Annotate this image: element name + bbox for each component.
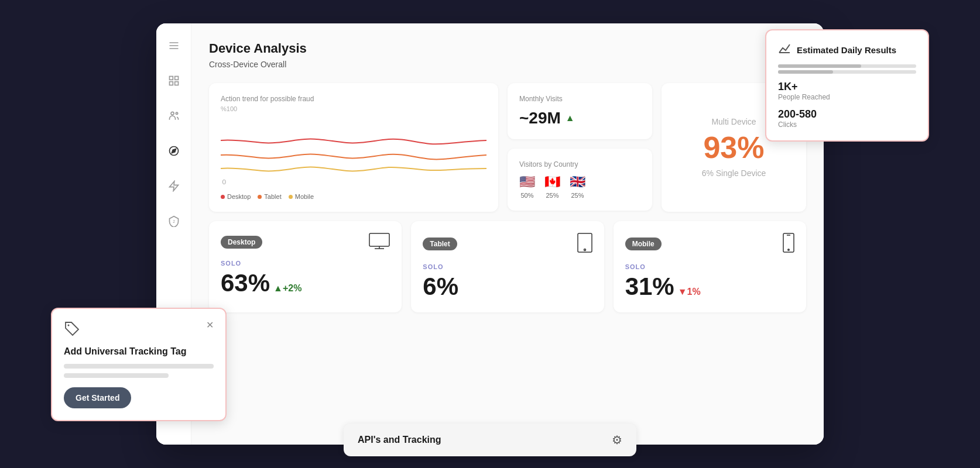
progress-bar-1 (778, 64, 916, 74)
dashboard-icon[interactable] (163, 70, 184, 91)
app-window: 2 Device Analysis Cross-Device Overall A… (156, 23, 824, 445)
est-label-1: People Reached (778, 93, 916, 101)
desktop-percent: 63% ▲+2% (221, 269, 301, 297)
legend-mobile: Mobile (289, 193, 314, 200)
legend-desktop: Desktop (221, 193, 251, 200)
flag-us: 🇺🇸 50% (519, 174, 535, 199)
svg-point-20 (788, 249, 789, 250)
single-device-label: 6% Single Device (702, 168, 766, 178)
svg-point-8 (176, 112, 177, 114)
estimated-header: Estimated Daily Results (778, 42, 916, 57)
visitors-by-country-card: Visitors by Country 🇺🇸 50% 🇨🇦 25% (508, 149, 652, 211)
estimated-daily-card: Estimated Daily Results 1K+ People Reach… (765, 29, 929, 142)
fraud-chart-card: Action trend for possible fraud %100 0 (209, 83, 498, 212)
tablet-badge: Tablet (423, 238, 457, 250)
svg-marker-11 (169, 181, 178, 191)
chart-legend: Desktop Tablet Mobile (221, 193, 486, 200)
mobile-change: ▼1% (678, 287, 701, 297)
tracking-title: Add Universal Tracking Tag (64, 346, 214, 357)
get-started-button[interactable]: Get Started (64, 387, 131, 408)
page-title: Device Analysis (209, 41, 806, 56)
svg-text:0: 0 (222, 179, 226, 185)
compass-icon[interactable] (163, 140, 184, 161)
monthly-up-arrow: ▲ (566, 113, 575, 123)
svg-text:2: 2 (173, 219, 175, 223)
svg-point-7 (171, 112, 174, 115)
multi-device-percent: 93% (703, 132, 764, 163)
chart-line-icon (778, 42, 791, 57)
est-value-1: 1K+ (778, 81, 916, 93)
tracking-header: ✕ (64, 321, 214, 339)
est-label-2: Clicks (778, 121, 916, 129)
multi-device-label: Multi Device (711, 117, 756, 126)
svg-rect-6 (174, 82, 178, 85)
desktop-card: Desktop SOLO 63% ▲+2% (209, 221, 402, 312)
page-subtitle: Cross-Device Overall (209, 60, 806, 69)
monthly-visits-label: Monthly Visits (519, 95, 640, 103)
lightning-icon[interactable] (163, 176, 184, 197)
gear-icon[interactable]: ⚙ (612, 433, 622, 447)
flag-ca: 🇨🇦 25% (544, 174, 560, 199)
shield-icon[interactable]: 2 (163, 211, 184, 232)
monthly-visits-value: ~29M ▲ (519, 109, 640, 128)
desktop-icon (369, 233, 390, 252)
users-icon[interactable] (163, 105, 184, 126)
chart-title: Action trend for possible fraud (221, 95, 486, 103)
tracking-line-2 (64, 373, 169, 378)
api-label: API's and Tracking (358, 435, 441, 445)
svg-rect-5 (169, 82, 173, 85)
mobile-type: SOLO (625, 263, 646, 270)
tracking-tag-card: ✕ Add Universal Tracking Tag Get Started (51, 308, 227, 421)
svg-rect-4 (174, 77, 178, 80)
tablet-icon (577, 233, 592, 255)
line-chart: 0 (221, 117, 486, 187)
est-value-2: 200-580 (778, 108, 916, 121)
desktop-badge: Desktop (221, 236, 262, 249)
svg-point-18 (584, 249, 585, 251)
svg-rect-3 (169, 77, 173, 80)
device-cards-grid: Desktop SOLO 63% ▲+2% (209, 221, 806, 312)
flag-gb: 🇬🇧 25% (570, 174, 585, 199)
tag-icon (64, 321, 80, 339)
est-metric-2: 200-580 Clicks (778, 108, 916, 129)
flag-row: 🇺🇸 50% 🇨🇦 25% 🇬🇧 25% (519, 174, 640, 199)
tablet-card: Tablet SOLO 6% (411, 221, 604, 312)
estimated-title: Estimated Daily Results (797, 45, 896, 55)
legend-tablet: Tablet (258, 193, 281, 200)
api-bar: API's and Tracking ⚙ (344, 424, 636, 456)
visitors-label: Visitors by Country (519, 160, 640, 168)
tablet-type: SOLO (423, 263, 443, 270)
est-metric-1: 1K+ People Reached (778, 81, 916, 101)
svg-point-23 (68, 325, 70, 326)
desktop-change: ▲+2% (273, 283, 301, 294)
mobile-badge: Mobile (625, 238, 662, 250)
mobile-icon (783, 233, 794, 255)
svg-rect-14 (369, 233, 389, 246)
tracking-line-1 (64, 364, 214, 369)
chart-label: %100 (221, 105, 486, 112)
monthly-visits-card: Monthly Visits ~29M ▲ (508, 83, 652, 139)
mobile-card: Mobile SOLO 31% ▼1% (614, 221, 806, 312)
main-content: Device Analysis Cross-Device Overall Act… (191, 23, 824, 445)
menu-icon[interactable] (163, 35, 184, 56)
desktop-type: SOLO (221, 260, 241, 267)
close-button[interactable]: ✕ (206, 321, 214, 330)
tablet-percent: 6% (423, 273, 458, 301)
mobile-percent: 31% ▼1% (625, 273, 701, 301)
